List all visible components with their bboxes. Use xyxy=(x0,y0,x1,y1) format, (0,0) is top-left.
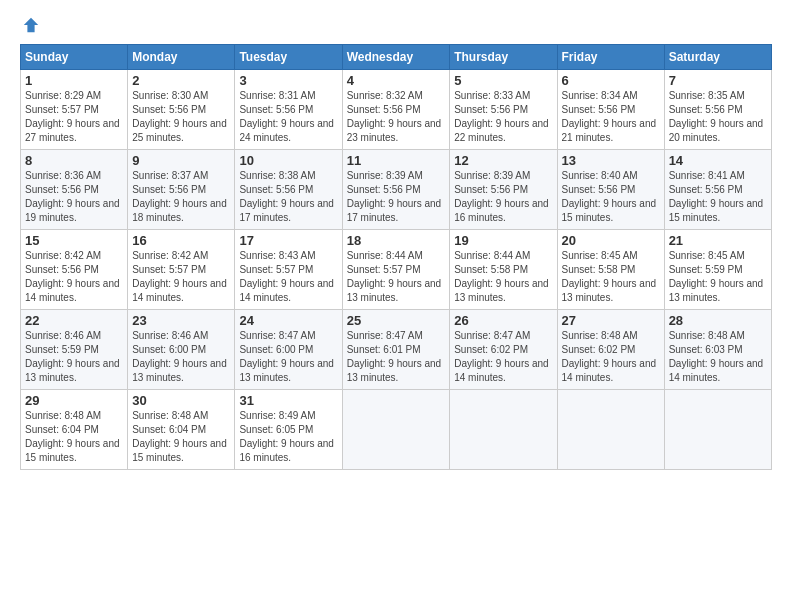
day-number: 3 xyxy=(239,73,337,88)
day-info: Sunrise: 8:47 AM Sunset: 6:01 PM Dayligh… xyxy=(347,329,446,385)
day-number: 26 xyxy=(454,313,552,328)
day-info: Sunrise: 8:35 AM Sunset: 5:56 PM Dayligh… xyxy=(669,89,767,145)
calendar-cell: 4 Sunrise: 8:32 AM Sunset: 5:56 PM Dayli… xyxy=(342,70,450,150)
calendar-cell: 26 Sunrise: 8:47 AM Sunset: 6:02 PM Dayl… xyxy=(450,310,557,390)
calendar-cell: 11 Sunrise: 8:39 AM Sunset: 5:56 PM Dayl… xyxy=(342,150,450,230)
day-number: 30 xyxy=(132,393,230,408)
day-number: 11 xyxy=(347,153,446,168)
calendar-cell: 15 Sunrise: 8:42 AM Sunset: 5:56 PM Dayl… xyxy=(21,230,128,310)
calendar-cell: 20 Sunrise: 8:45 AM Sunset: 5:58 PM Dayl… xyxy=(557,230,664,310)
day-number: 7 xyxy=(669,73,767,88)
calendar-cell: 23 Sunrise: 8:46 AM Sunset: 6:00 PM Dayl… xyxy=(128,310,235,390)
calendar-cell: 16 Sunrise: 8:42 AM Sunset: 5:57 PM Dayl… xyxy=(128,230,235,310)
calendar-week-row: 29 Sunrise: 8:48 AM Sunset: 6:04 PM Dayl… xyxy=(21,390,772,470)
day-number: 25 xyxy=(347,313,446,328)
calendar-cell: 21 Sunrise: 8:45 AM Sunset: 5:59 PM Dayl… xyxy=(664,230,771,310)
day-info: Sunrise: 8:45 AM Sunset: 5:58 PM Dayligh… xyxy=(562,249,660,305)
logo xyxy=(20,16,40,34)
day-info: Sunrise: 8:41 AM Sunset: 5:56 PM Dayligh… xyxy=(669,169,767,225)
calendar-cell: 1 Sunrise: 8:29 AM Sunset: 5:57 PM Dayli… xyxy=(21,70,128,150)
calendar-cell: 13 Sunrise: 8:40 AM Sunset: 5:56 PM Dayl… xyxy=(557,150,664,230)
day-info: Sunrise: 8:44 AM Sunset: 5:58 PM Dayligh… xyxy=(454,249,552,305)
day-number: 4 xyxy=(347,73,446,88)
day-number: 1 xyxy=(25,73,123,88)
calendar-header-row: SundayMondayTuesdayWednesdayThursdayFrid… xyxy=(21,45,772,70)
day-number: 10 xyxy=(239,153,337,168)
day-number: 23 xyxy=(132,313,230,328)
day-number: 8 xyxy=(25,153,123,168)
day-info: Sunrise: 8:39 AM Sunset: 5:56 PM Dayligh… xyxy=(454,169,552,225)
day-number: 13 xyxy=(562,153,660,168)
day-number: 21 xyxy=(669,233,767,248)
day-number: 6 xyxy=(562,73,660,88)
day-info: Sunrise: 8:42 AM Sunset: 5:57 PM Dayligh… xyxy=(132,249,230,305)
day-info: Sunrise: 8:34 AM Sunset: 5:56 PM Dayligh… xyxy=(562,89,660,145)
calendar-cell: 7 Sunrise: 8:35 AM Sunset: 5:56 PM Dayli… xyxy=(664,70,771,150)
day-info: Sunrise: 8:42 AM Sunset: 5:56 PM Dayligh… xyxy=(25,249,123,305)
day-number: 14 xyxy=(669,153,767,168)
calendar-cell: 17 Sunrise: 8:43 AM Sunset: 5:57 PM Dayl… xyxy=(235,230,342,310)
day-info: Sunrise: 8:32 AM Sunset: 5:56 PM Dayligh… xyxy=(347,89,446,145)
day-info: Sunrise: 8:46 AM Sunset: 6:00 PM Dayligh… xyxy=(132,329,230,385)
day-number: 9 xyxy=(132,153,230,168)
day-info: Sunrise: 8:30 AM Sunset: 5:56 PM Dayligh… xyxy=(132,89,230,145)
calendar-cell: 31 Sunrise: 8:49 AM Sunset: 6:05 PM Dayl… xyxy=(235,390,342,470)
svg-marker-0 xyxy=(24,18,38,32)
calendar-table: SundayMondayTuesdayWednesdayThursdayFrid… xyxy=(20,44,772,470)
calendar-cell: 14 Sunrise: 8:41 AM Sunset: 5:56 PM Dayl… xyxy=(664,150,771,230)
day-info: Sunrise: 8:38 AM Sunset: 5:56 PM Dayligh… xyxy=(239,169,337,225)
logo-icon xyxy=(22,16,40,34)
calendar-cell xyxy=(342,390,450,470)
calendar-cell: 5 Sunrise: 8:33 AM Sunset: 5:56 PM Dayli… xyxy=(450,70,557,150)
day-info: Sunrise: 8:31 AM Sunset: 5:56 PM Dayligh… xyxy=(239,89,337,145)
calendar-cell: 10 Sunrise: 8:38 AM Sunset: 5:56 PM Dayl… xyxy=(235,150,342,230)
calendar-cell: 30 Sunrise: 8:48 AM Sunset: 6:04 PM Dayl… xyxy=(128,390,235,470)
calendar-header-tuesday: Tuesday xyxy=(235,45,342,70)
day-info: Sunrise: 8:49 AM Sunset: 6:05 PM Dayligh… xyxy=(239,409,337,465)
calendar-header-thursday: Thursday xyxy=(450,45,557,70)
day-info: Sunrise: 8:39 AM Sunset: 5:56 PM Dayligh… xyxy=(347,169,446,225)
day-info: Sunrise: 8:43 AM Sunset: 5:57 PM Dayligh… xyxy=(239,249,337,305)
calendar-cell: 8 Sunrise: 8:36 AM Sunset: 5:56 PM Dayli… xyxy=(21,150,128,230)
day-number: 20 xyxy=(562,233,660,248)
calendar-cell: 6 Sunrise: 8:34 AM Sunset: 5:56 PM Dayli… xyxy=(557,70,664,150)
day-info: Sunrise: 8:29 AM Sunset: 5:57 PM Dayligh… xyxy=(25,89,123,145)
day-number: 29 xyxy=(25,393,123,408)
day-info: Sunrise: 8:40 AM Sunset: 5:56 PM Dayligh… xyxy=(562,169,660,225)
day-info: Sunrise: 8:48 AM Sunset: 6:02 PM Dayligh… xyxy=(562,329,660,385)
day-info: Sunrise: 8:48 AM Sunset: 6:04 PM Dayligh… xyxy=(132,409,230,465)
day-number: 24 xyxy=(239,313,337,328)
day-info: Sunrise: 8:37 AM Sunset: 5:56 PM Dayligh… xyxy=(132,169,230,225)
calendar-cell xyxy=(557,390,664,470)
day-number: 27 xyxy=(562,313,660,328)
calendar-cell: 22 Sunrise: 8:46 AM Sunset: 5:59 PM Dayl… xyxy=(21,310,128,390)
calendar-cell xyxy=(664,390,771,470)
day-info: Sunrise: 8:47 AM Sunset: 6:00 PM Dayligh… xyxy=(239,329,337,385)
day-number: 15 xyxy=(25,233,123,248)
calendar-header-monday: Monday xyxy=(128,45,235,70)
day-number: 31 xyxy=(239,393,337,408)
calendar-week-row: 22 Sunrise: 8:46 AM Sunset: 5:59 PM Dayl… xyxy=(21,310,772,390)
day-number: 5 xyxy=(454,73,552,88)
calendar-header-sunday: Sunday xyxy=(21,45,128,70)
calendar-week-row: 8 Sunrise: 8:36 AM Sunset: 5:56 PM Dayli… xyxy=(21,150,772,230)
day-info: Sunrise: 8:48 AM Sunset: 6:03 PM Dayligh… xyxy=(669,329,767,385)
calendar-cell: 24 Sunrise: 8:47 AM Sunset: 6:00 PM Dayl… xyxy=(235,310,342,390)
day-number: 28 xyxy=(669,313,767,328)
calendar-cell: 19 Sunrise: 8:44 AM Sunset: 5:58 PM Dayl… xyxy=(450,230,557,310)
calendar-cell: 27 Sunrise: 8:48 AM Sunset: 6:02 PM Dayl… xyxy=(557,310,664,390)
day-number: 22 xyxy=(25,313,123,328)
day-info: Sunrise: 8:33 AM Sunset: 5:56 PM Dayligh… xyxy=(454,89,552,145)
day-number: 16 xyxy=(132,233,230,248)
calendar-week-row: 15 Sunrise: 8:42 AM Sunset: 5:56 PM Dayl… xyxy=(21,230,772,310)
day-info: Sunrise: 8:44 AM Sunset: 5:57 PM Dayligh… xyxy=(347,249,446,305)
calendar-cell: 9 Sunrise: 8:37 AM Sunset: 5:56 PM Dayli… xyxy=(128,150,235,230)
calendar-cell: 2 Sunrise: 8:30 AM Sunset: 5:56 PM Dayli… xyxy=(128,70,235,150)
day-number: 12 xyxy=(454,153,552,168)
calendar-cell: 3 Sunrise: 8:31 AM Sunset: 5:56 PM Dayli… xyxy=(235,70,342,150)
calendar-cell: 28 Sunrise: 8:48 AM Sunset: 6:03 PM Dayl… xyxy=(664,310,771,390)
day-info: Sunrise: 8:48 AM Sunset: 6:04 PM Dayligh… xyxy=(25,409,123,465)
calendar-header-wednesday: Wednesday xyxy=(342,45,450,70)
day-number: 19 xyxy=(454,233,552,248)
calendar-week-row: 1 Sunrise: 8:29 AM Sunset: 5:57 PM Dayli… xyxy=(21,70,772,150)
